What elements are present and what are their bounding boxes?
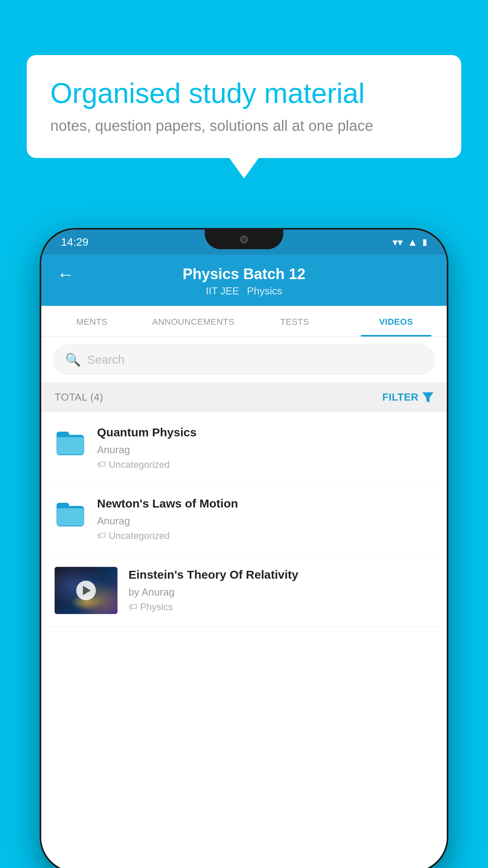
play-button[interactable] — [76, 581, 96, 600]
tab-bar: MENTS ANNOUNCEMENTS TESTS VIDEOS — [41, 306, 447, 337]
bubble-title: Organised study material — [50, 77, 438, 110]
phone-inner: 14:29 ▾▾ ▲ ▮ ← Physics Batch 12 IIT JEE … — [41, 230, 447, 868]
signal-icon: ▲ — [407, 236, 418, 248]
camera-dot — [240, 235, 248, 243]
tag-icon: 🏷 — [97, 460, 106, 470]
app-subtitle: IIT JEE Physics — [206, 285, 282, 297]
video-list: Quantum Physics Anurag 🏷 Uncategorized — [41, 412, 447, 868]
folder-icon-wrap — [55, 499, 86, 530]
total-label: TOTAL (4) — [55, 391, 103, 403]
item-title: Einstein's Theory Of Relativity — [128, 567, 433, 582]
item-tag: 🏷 Physics — [128, 601, 433, 612]
subtitle-physics: Physics — [247, 285, 283, 297]
item-title: Newton's Laws of Motion — [97, 496, 433, 511]
bubble-subtitle: notes, question papers, solutions all at… — [50, 118, 438, 134]
back-button[interactable]: ← — [57, 265, 74, 284]
thumbnail-bg — [55, 567, 117, 614]
subtitle-iit: IIT JEE — [206, 285, 239, 297]
item-tag: 🏷 Uncategorized — [97, 530, 433, 541]
item-info: Newton's Laws of Motion Anurag 🏷 Uncateg… — [97, 496, 433, 541]
item-info: Quantum Physics Anurag 🏷 Uncategorized — [97, 425, 433, 470]
app-title: Physics Batch 12 — [183, 266, 306, 283]
battery-icon: ▮ — [422, 237, 427, 247]
folder-icon — [57, 432, 84, 455]
status-time: 14:29 — [61, 236, 88, 248]
list-item[interactable]: Quantum Physics Anurag 🏷 Uncategorized — [41, 412, 447, 483]
folder-icon-wrap — [55, 428, 86, 459]
item-author: Anurag — [97, 515, 433, 527]
search-box[interactable]: 🔍 Search — [53, 345, 435, 375]
speech-bubble: Organised study material notes, question… — [27, 55, 461, 158]
app-bar-top: ← Physics Batch 12 — [57, 266, 431, 283]
search-icon: 🔍 — [65, 352, 81, 367]
tab-tests[interactable]: TESTS — [244, 306, 345, 337]
tab-videos[interactable]: VIDEOS — [345, 306, 447, 337]
filter-icon — [422, 392, 433, 403]
tab-announcements[interactable]: ANNOUNCEMENTS — [143, 306, 244, 337]
status-icons: ▾▾ ▲ ▮ — [393, 236, 427, 248]
video-thumbnail — [55, 567, 117, 614]
phone-frame: 14:29 ▾▾ ▲ ▮ ← Physics Batch 12 IIT JEE … — [40, 228, 448, 868]
search-container: 🔍 Search — [41, 337, 447, 383]
item-author: Anurag — [97, 444, 433, 456]
list-item[interactable]: Newton's Laws of Motion Anurag 🏷 Uncateg… — [41, 483, 447, 554]
play-triangle-icon — [83, 586, 91, 595]
item-author: by Anurag — [128, 586, 433, 598]
app-bar: ← Physics Batch 12 IIT JEE Physics — [41, 255, 447, 306]
speech-bubble-container: Organised study material notes, question… — [27, 55, 461, 158]
svg-marker-0 — [422, 392, 433, 403]
filter-button[interactable]: FILTER — [382, 391, 433, 403]
tab-ments[interactable]: MENTS — [41, 306, 143, 337]
folder-icon — [57, 503, 84, 526]
notch — [205, 230, 283, 249]
wifi-icon: ▾▾ — [393, 236, 403, 248]
item-title: Quantum Physics — [97, 425, 433, 440]
item-tag: 🏷 Uncategorized — [97, 459, 433, 470]
filter-bar: TOTAL (4) FILTER — [41, 383, 447, 412]
status-bar: 14:29 ▾▾ ▲ ▮ — [41, 230, 447, 255]
screen-content: ← Physics Batch 12 IIT JEE Physics MENTS… — [41, 255, 447, 868]
tag-icon: 🏷 — [128, 602, 137, 612]
search-placeholder: Search — [87, 353, 125, 366]
item-info: Einstein's Theory Of Relativity by Anura… — [128, 567, 433, 612]
list-item[interactable]: Einstein's Theory Of Relativity by Anura… — [41, 554, 447, 627]
tag-icon: 🏷 — [97, 531, 106, 541]
